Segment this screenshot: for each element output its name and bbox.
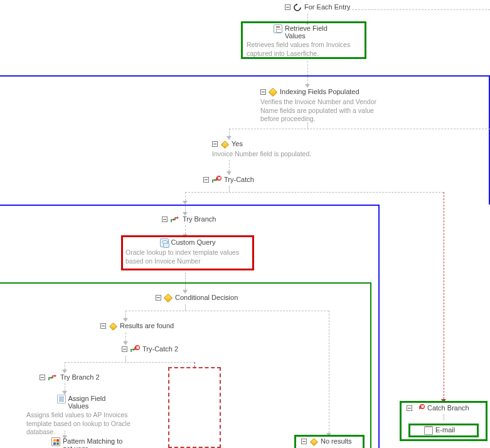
node-catch-branch[interactable]: Catch Branch — [407, 404, 488, 413]
node-pattern-matching[interactable]: Pattern Matching to get year — [51, 437, 146, 448]
node-try-branch-2[interactable]: Try Branch 2 — [40, 373, 140, 382]
connector — [125, 356, 126, 362]
connector — [307, 61, 308, 76]
connector — [444, 414, 444, 420]
node-label: Indexing Fields Populated — [280, 88, 360, 95]
try-catch-icon — [130, 345, 140, 354]
connector — [185, 192, 186, 201]
node-email[interactable]: E-mail — [424, 426, 474, 435]
connector — [185, 284, 186, 290]
connector — [307, 77, 308, 84]
node-custom-query[interactable]: Custom Query Oracle lookup to index temp… — [125, 238, 250, 265]
catch-branch-icon — [415, 404, 425, 413]
try-catch-icon — [211, 176, 221, 184]
connector — [125, 333, 126, 341]
node-try-catch-2[interactable]: Try-Catch 2 — [122, 345, 222, 354]
collapse-toggle[interactable] — [156, 295, 161, 301]
collapse-toggle[interactable] — [301, 439, 307, 444]
node-label: Conditional Decision — [175, 294, 238, 301]
node-label: Try Branch 2 — [60, 373, 100, 381]
collapse-toggle[interactable] — [100, 323, 106, 329]
connector — [185, 225, 186, 234]
node-label: E-mail — [435, 426, 455, 434]
loop-icon — [293, 3, 302, 12]
form-icon — [274, 24, 282, 33]
database-query-icon — [160, 238, 169, 247]
mail-icon — [424, 426, 433, 435]
diamond-icon — [164, 294, 173, 302]
connector — [65, 362, 194, 363]
connector — [185, 304, 186, 311]
node-label: Pattern Matching to get year — [63, 437, 125, 448]
node-label: For Each Entry — [304, 3, 350, 11]
frame-line — [370, 282, 371, 448]
connector — [65, 383, 65, 391]
frame-line — [0, 205, 380, 206]
node-for-each-entry[interactable]: For Each Entry — [285, 3, 410, 12]
node-label: Retrieve Field Values — [285, 24, 335, 40]
node-label: Results are found — [120, 322, 174, 329]
node-no-results[interactable]: No results — [301, 437, 364, 446]
node-try-catch[interactable]: Try-Catch — [203, 176, 304, 184]
node-label: Try-Catch 2 — [142, 345, 178, 353]
frame-line — [0, 282, 371, 284]
collapse-toggle[interactable] — [212, 141, 218, 147]
frame-line — [0, 75, 490, 77]
node-label: Yes — [232, 140, 243, 147]
node-try-branch[interactable]: Try Branch — [162, 215, 262, 224]
node-label: No results — [321, 437, 352, 445]
arrow-down-icon — [226, 171, 232, 175]
node-description: Oracle lookup to index template values b… — [125, 248, 250, 265]
frame-line — [378, 205, 380, 448]
node-description: Invoice Number field is populated. — [212, 150, 356, 159]
diamond-icon — [109, 322, 117, 331]
connector — [125, 311, 126, 318]
connector — [307, 122, 308, 129]
node-yes-branch[interactable]: Yes Invoice Number field is populated. — [212, 140, 356, 159]
catch-placeholder — [168, 367, 221, 448]
connector — [185, 206, 186, 212]
workflow-canvas[interactable]: For Each Entry Retrieve Field Values Ret… — [0, 0, 490, 448]
diamond-icon — [309, 437, 318, 446]
connector-error — [444, 192, 444, 399]
diamond-icon — [269, 88, 277, 97]
collapse-toggle[interactable] — [407, 405, 412, 411]
try-branch-icon — [48, 373, 58, 382]
document-icon — [57, 395, 66, 403]
node-description: Verifies the Invoice Number and Vendor N… — [260, 98, 392, 124]
connector — [329, 311, 329, 433]
node-conditional-decision[interactable]: Conditional Decision — [156, 294, 281, 302]
node-indexing-fields-populated[interactable]: Indexing Fields Populated Verifies the I… — [260, 88, 392, 124]
collapse-toggle[interactable] — [122, 346, 127, 352]
node-label: Catch Branch — [427, 404, 469, 412]
connector — [185, 192, 444, 193]
pattern-icon — [51, 437, 60, 446]
connector — [65, 362, 65, 370]
connector — [229, 160, 230, 171]
node-label: Try Branch — [183, 215, 216, 223]
connector — [185, 272, 186, 282]
connector — [307, 14, 308, 21]
collapse-toggle[interactable] — [260, 89, 266, 95]
connector — [229, 129, 230, 136]
diamond-icon — [220, 140, 229, 149]
node-label: Custom Query — [171, 238, 216, 246]
node-description: Assigns field values to AP Invoices temp… — [26, 411, 142, 437]
connector — [125, 311, 329, 311]
collapse-toggle[interactable] — [203, 177, 209, 183]
node-results-are-found[interactable]: Results are found — [100, 322, 213, 331]
collapse-toggle[interactable] — [40, 375, 45, 380]
node-label: Try-Catch — [224, 176, 254, 183]
connector — [229, 129, 490, 129]
try-branch-icon — [170, 215, 180, 224]
node-label: Assign Field Values — [68, 395, 112, 410]
node-retrieve-field-values[interactable]: Retrieve Field Values Retrieves field va… — [247, 24, 362, 58]
collapse-toggle[interactable] — [285, 4, 290, 10]
node-assign-field-values[interactable]: Assign Field Values Assigns field values… — [26, 395, 142, 437]
connector-error — [194, 362, 195, 367]
connector — [229, 186, 230, 192]
collapse-toggle[interactable] — [162, 216, 168, 222]
node-description: Retrieves field values from Invoices cap… — [247, 41, 362, 58]
